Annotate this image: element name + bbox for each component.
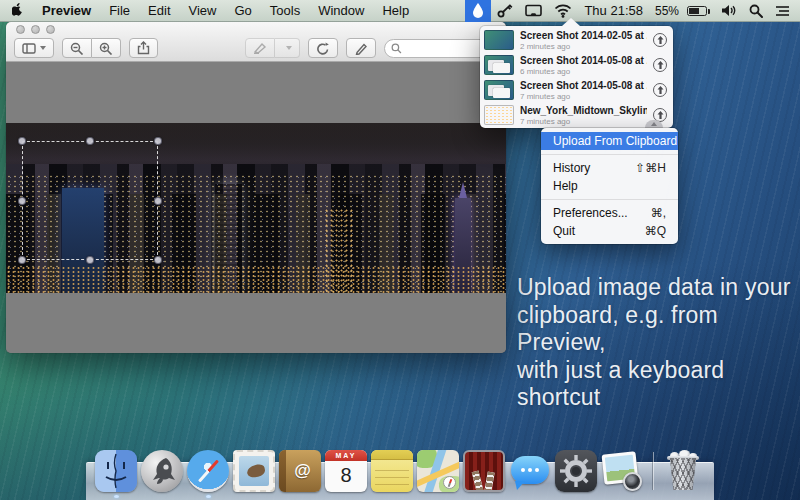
preview-window <box>6 22 506 353</box>
upload-arrow-icon[interactable] <box>653 83 667 97</box>
menu-item-history[interactable]: History ⇧⌘H <box>541 159 678 177</box>
dock-icon-system-preferences[interactable] <box>555 450 597 492</box>
upload-list-item[interactable]: Screen Shot 2014-05-08 at 21.5... 7 minu… <box>484 78 669 102</box>
dock-icon-mail[interactable] <box>233 450 275 492</box>
upload-arrow-icon[interactable] <box>653 58 667 72</box>
selection-handle[interactable] <box>86 137 94 145</box>
selection-handle[interactable] <box>18 197 26 205</box>
upload-item-title: New_York_Midtown_Skyline_at_ni... <box>520 105 647 116</box>
dock-icon-maps[interactable] <box>417 450 459 492</box>
menu-help[interactable]: Help <box>373 0 418 22</box>
dock-icon-messages[interactable] <box>509 450 551 492</box>
dock-icon-contacts[interactable]: @ <box>279 450 321 492</box>
dock: @ MAY 8 <box>86 462 714 500</box>
menu-view[interactable]: View <box>180 0 226 22</box>
recent-uploads-popover: Screen Shot 2014-02-05 at 20.0... 2 minu… <box>480 26 673 128</box>
desktop-caption: Upload image data in your clipboard, e.g… <box>517 274 800 412</box>
edit-markup-button[interactable] <box>346 38 376 58</box>
menu-bar-status-area: Thu 21:58 55% <box>465 0 800 22</box>
menu-item-upload-from-clipboard[interactable]: Upload From Clipboard <box>541 132 678 150</box>
dock-icon-launchpad[interactable] <box>141 450 183 492</box>
dock-icon-safari[interactable] <box>187 450 229 492</box>
screenshot-thumbnail <box>484 55 514 75</box>
screenshot-thumbnail <box>484 30 514 50</box>
view-options-button[interactable] <box>14 38 54 58</box>
chevron-down-icon <box>40 46 46 50</box>
running-indicator-safari <box>206 495 211 498</box>
selection-handle[interactable] <box>18 137 26 145</box>
selection-handle[interactable] <box>154 137 162 145</box>
upload-list-item[interactable]: New_York_Midtown_Skyline_at_ni... 7 minu… <box>484 103 669 127</box>
upload-list-item[interactable]: Screen Shot 2014-02-05 at 20.0... 2 minu… <box>484 28 669 52</box>
battery-icon[interactable] <box>681 0 716 22</box>
droplet-menu-extra-icon[interactable] <box>465 0 491 22</box>
upload-item-title: Screen Shot 2014-05-08 at 21.5... <box>520 55 647 66</box>
menu-bar-clock[interactable]: Thu 21:58 <box>578 0 649 22</box>
dock-icon-finder[interactable] <box>95 450 137 492</box>
upload-item-time: 7 minutes ago <box>520 92 647 101</box>
battery-percentage: 55% <box>649 0 681 22</box>
calendar-day: 8 <box>325 461 367 490</box>
menu-item-help[interactable]: Help <box>541 177 678 195</box>
window-toolbar <box>14 37 500 59</box>
dock-icon-photo-booth[interactable] <box>463 450 505 492</box>
upload-arrow-icon[interactable] <box>653 33 667 47</box>
selection-rectangle[interactable] <box>22 141 158 260</box>
upload-item-time: 6 minutes ago <box>520 67 647 76</box>
selection-handle[interactable] <box>18 256 26 264</box>
menu-separator <box>541 199 678 200</box>
close-button[interactable] <box>16 25 25 34</box>
selection-handle[interactable] <box>154 197 162 205</box>
dock-divider <box>652 452 653 490</box>
compass-icon <box>443 476 456 489</box>
selection-handle[interactable] <box>154 256 162 264</box>
dock-icon-notes[interactable] <box>371 450 413 492</box>
menu-shortcut: ⇧⌘H <box>635 161 666 175</box>
chevron-down-icon <box>286 46 292 50</box>
upload-list-item[interactable]: Screen Shot 2014-05-08 at 21.5... 6 minu… <box>484 53 669 77</box>
menu-preview[interactable]: Preview <box>33 0 100 22</box>
skyline-thumbnail <box>484 105 514 125</box>
spotlight-icon[interactable] <box>743 0 769 22</box>
contacts-at-glyph: @ <box>294 461 311 481</box>
selection-handle[interactable] <box>86 256 94 264</box>
menu-edit[interactable]: Edit <box>139 0 179 22</box>
search-icon <box>391 43 402 54</box>
menu-go[interactable]: Go <box>225 0 260 22</box>
menu-window[interactable]: Window <box>309 0 373 22</box>
zoom-out-button[interactable] <box>62 38 92 58</box>
menu-item-preferences[interactable]: Preferences... ⌘, <box>541 204 678 222</box>
zoom-button[interactable] <box>46 25 55 34</box>
pen-dropdown-button[interactable] <box>275 38 300 58</box>
dock-icon-iphoto[interactable] <box>601 450 643 492</box>
collapse-list-button[interactable] <box>645 120 663 128</box>
apple-menu-icon[interactable] <box>0 3 33 18</box>
dock-icon-trash[interactable] <box>662 450 704 492</box>
screenshot-thumbnail <box>484 80 514 100</box>
zoom-in-button[interactable] <box>92 38 121 58</box>
window-content <box>6 63 506 353</box>
skyline-photo[interactable] <box>6 123 506 293</box>
notification-center-icon[interactable] <box>769 0 800 22</box>
calendar-month: MAY <box>325 450 367 461</box>
menu-tools[interactable]: Tools <box>261 0 309 22</box>
upload-item-title: Screen Shot 2014-02-05 at 20.0... <box>520 30 647 41</box>
share-button[interactable] <box>129 38 158 58</box>
popover-arrow <box>562 18 580 26</box>
key-menu-extra-icon[interactable] <box>491 0 519 22</box>
menu-file[interactable]: File <box>100 0 139 22</box>
menu-item-quit[interactable]: Quit ⌘Q <box>541 222 678 240</box>
minimize-button[interactable] <box>31 25 40 34</box>
rotate-left-button[interactable] <box>308 38 338 58</box>
highlight-pen-button[interactable] <box>245 38 275 58</box>
menu-shortcut: ⌘Q <box>645 224 666 238</box>
display-menu-extra-icon[interactable] <box>519 0 548 22</box>
menu-shortcut: ⌘, <box>651 206 666 220</box>
running-indicator-finder <box>114 495 119 498</box>
window-titlebar[interactable] <box>6 22 506 62</box>
upload-item-time: 7 minutes ago <box>520 117 647 126</box>
menu-bar: Preview File Edit View Go Tools Window H… <box>0 0 800 22</box>
camera-lens-icon <box>623 472 642 491</box>
dock-icon-calendar[interactable]: MAY 8 <box>325 450 367 492</box>
volume-icon[interactable] <box>716 0 743 22</box>
